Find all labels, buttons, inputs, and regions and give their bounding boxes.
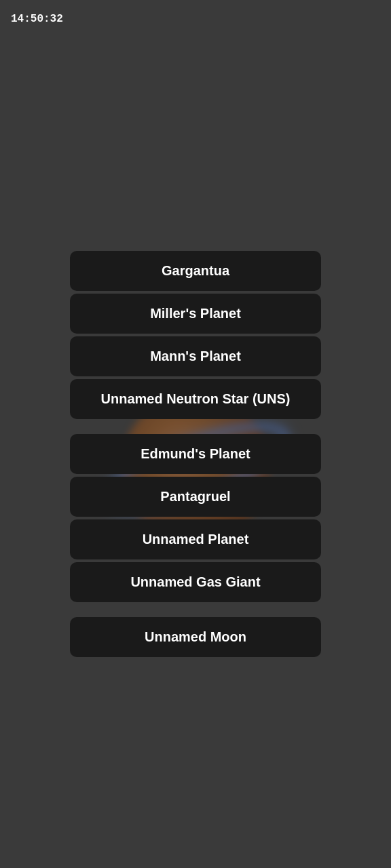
button-millers-planet[interactable]: Miller's Planet <box>70 294 321 334</box>
time-display: 14:50:32 <box>11 13 63 25</box>
buttons-container: GargantuaMiller's PlanetMann's PlanetUnn… <box>70 251 321 660</box>
button-unnamed-moon[interactable]: Unnamed Moon <box>70 617 321 657</box>
button-gargantua[interactable]: Gargantua <box>70 251 321 291</box>
button-unnamed-neutron-star[interactable]: Unnamed Neutron Star (UNS) <box>70 379 321 419</box>
group-separator <box>70 422 321 434</box>
button-unnamed-planet[interactable]: Unnamed Planet <box>70 519 321 559</box>
button-manns-planet[interactable]: Mann's Planet <box>70 336 321 376</box>
button-pantagruel[interactable]: Pantagruel <box>70 477 321 517</box>
button-edmunds-planet[interactable]: Edmund's Planet <box>70 434 321 474</box>
button-unnamed-gas-giant[interactable]: Unnamed Gas Giant <box>70 562 321 602</box>
status-bar: 14:50:32 <box>11 12 63 25</box>
group-separator <box>70 605 321 617</box>
